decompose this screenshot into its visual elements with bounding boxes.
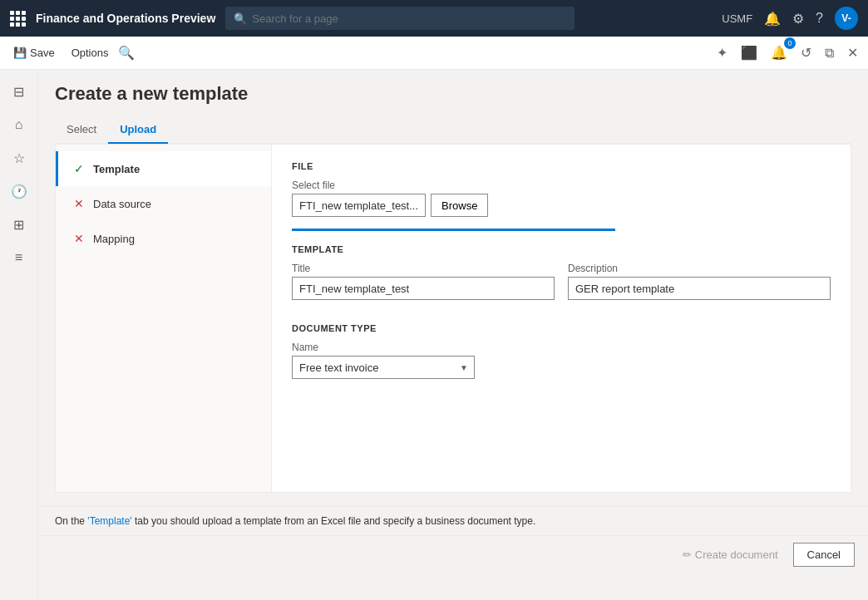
name-field: Name Free text invoice Sales order Purch… bbox=[292, 342, 475, 379]
personalize-icon[interactable]: ✦ bbox=[713, 42, 731, 64]
template-section-title: TEMPLATE bbox=[292, 244, 831, 254]
name-label: Name bbox=[292, 342, 475, 353]
description-label: Description bbox=[568, 263, 831, 274]
title-label: Title bbox=[292, 263, 555, 274]
template-link[interactable]: 'Template' bbox=[87, 515, 131, 527]
sidebar-modules-icon[interactable]: ≡ bbox=[4, 243, 34, 273]
step-template[interactable]: ✓ Template bbox=[56, 151, 271, 186]
layout: ⊟ ⌂ ☆ 🕐 ⊞ ≡ Create a new template Select… bbox=[0, 70, 868, 600]
notification-icon[interactable]: 🔔 bbox=[764, 11, 781, 27]
tabs: Select Upload bbox=[55, 116, 851, 144]
search-bar[interactable]: 🔍 bbox=[225, 7, 575, 30]
sidebar: ⊟ ⌂ ☆ 🕐 ⊞ ≡ bbox=[0, 70, 38, 600]
avatar[interactable]: V- bbox=[835, 7, 858, 30]
save-icon: 💾 bbox=[13, 47, 27, 59]
file-section-title: FILE bbox=[292, 161, 831, 171]
name-select-wrapper: Free text invoice Sales order Purchase o… bbox=[292, 356, 475, 379]
badge-icon[interactable]: 🔔0 bbox=[767, 42, 791, 64]
waffle-icon[interactable] bbox=[10, 11, 26, 27]
name-select[interactable]: Free text invoice Sales order Purchase o… bbox=[292, 356, 475, 379]
save-button[interactable]: 💾 Save bbox=[7, 43, 62, 62]
pencil-icon: ✏ bbox=[683, 548, 692, 561]
page-title: Create a new template bbox=[55, 83, 851, 105]
x-icon-2: ✕ bbox=[72, 231, 86, 246]
browse-button[interactable]: Browse bbox=[431, 194, 488, 217]
top-navigation: Finance and Operations Preview 🔍 USMF 🔔 … bbox=[0, 0, 868, 37]
refresh-icon[interactable]: ↺ bbox=[797, 42, 815, 64]
info-text: On the 'Template' tab you should upload … bbox=[55, 515, 535, 527]
sidebar-filter-icon[interactable]: ⊟ bbox=[4, 76, 34, 106]
toolbar-right: ✦ ⬛ 🔔0 ↺ ⧉ ✕ bbox=[713, 42, 861, 64]
step-data-source[interactable]: ✕ Data source bbox=[56, 186, 271, 221]
file-input-row: FTI_new template_test... Browse bbox=[292, 194, 831, 217]
tab-upload[interactable]: Upload bbox=[108, 116, 168, 144]
steps-panel: ✓ Template ✕ Data source ✕ Mapping bbox=[56, 145, 272, 492]
cancel-button[interactable]: Cancel bbox=[793, 543, 855, 567]
sidebar-workspaces-icon[interactable]: ⊞ bbox=[4, 209, 34, 239]
sidebar-home-icon[interactable]: ⌂ bbox=[4, 110, 34, 140]
form-panel: FILE Select file FTI_new template_test..… bbox=[272, 145, 851, 492]
close-icon[interactable]: ✕ bbox=[844, 42, 861, 64]
app-title: Finance and Operations Preview bbox=[36, 12, 215, 25]
title-input[interactable] bbox=[292, 277, 555, 300]
tab-select[interactable]: Select bbox=[55, 116, 108, 144]
second-bar: 💾 Save Options 🔍 ✦ ⬛ 🔔0 ↺ ⧉ ✕ bbox=[0, 37, 868, 70]
step-mapping[interactable]: ✕ Mapping bbox=[56, 221, 271, 256]
settings-icon[interactable]: ⚙ bbox=[792, 11, 804, 27]
environment-label: USMF bbox=[722, 12, 752, 25]
select-file-field: Select file FTI_new template_test... Bro… bbox=[292, 180, 831, 217]
progress-bar bbox=[292, 229, 615, 231]
top-nav-right: USMF 🔔 ⚙ ? V- bbox=[722, 7, 858, 30]
options-button[interactable]: Options bbox=[65, 43, 116, 62]
description-input[interactable] bbox=[568, 277, 831, 300]
content-panel: ✓ Template ✕ Data source ✕ Mapping bbox=[55, 144, 851, 493]
split-view-icon[interactable]: ⬛ bbox=[737, 42, 761, 64]
x-icon: ✕ bbox=[72, 196, 86, 211]
search-input[interactable] bbox=[252, 12, 566, 25]
file-name-display: FTI_new template_test... bbox=[292, 194, 426, 217]
description-field: Description bbox=[568, 263, 831, 300]
main-content: Create a new template Select Upload ✓ Te… bbox=[38, 70, 868, 600]
info-bar: On the 'Template' tab you should upload … bbox=[38, 506, 868, 535]
template-fields-row: Title Description bbox=[292, 263, 831, 312]
select-file-label: Select file bbox=[292, 180, 831, 191]
title-field: Title bbox=[292, 263, 555, 300]
open-icon[interactable]: ⧉ bbox=[821, 42, 837, 64]
help-icon[interactable]: ? bbox=[816, 11, 823, 26]
search-icon: 🔍 bbox=[234, 12, 247, 25]
sidebar-favorites-icon[interactable]: ☆ bbox=[4, 143, 34, 173]
doctype-section-title: DOCUMENT TYPE bbox=[292, 323, 831, 333]
create-document-button[interactable]: ✏ Create document bbox=[674, 543, 787, 566]
check-icon: ✓ bbox=[72, 161, 86, 176]
action-bar: ✏ Create document Cancel bbox=[38, 535, 868, 573]
search-icon-toolbar[interactable]: 🔍 bbox=[118, 45, 135, 61]
page-area: Create a new template Select Upload ✓ Te… bbox=[38, 70, 868, 506]
sidebar-recent-icon[interactable]: 🕐 bbox=[4, 176, 34, 206]
